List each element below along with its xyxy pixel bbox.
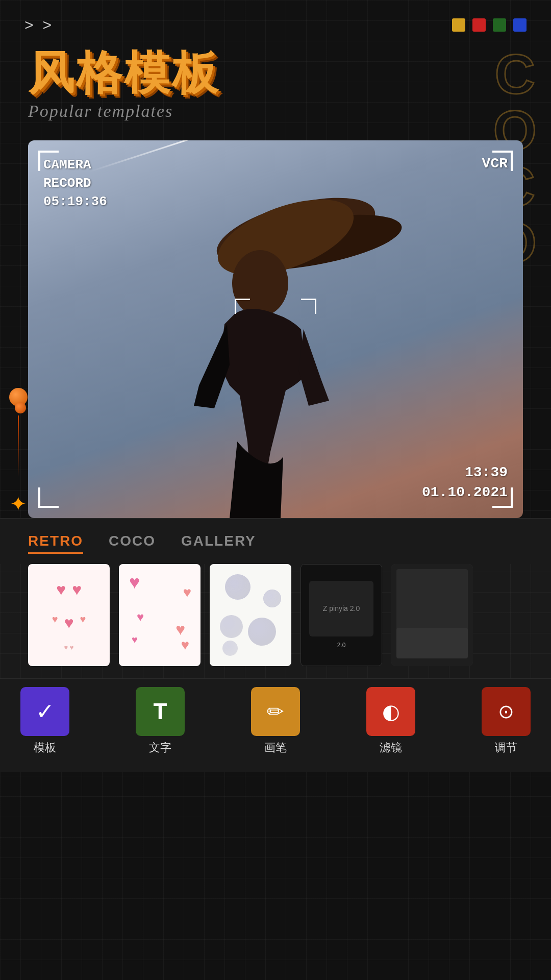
toolbar-item-moban[interactable]: ✓ 模板 (20, 687, 69, 755)
page-subtitle: Popular templates (28, 102, 523, 121)
corner-bracket-bl (38, 487, 59, 508)
tiaojie-icon-box: ⊙ (482, 687, 531, 736)
thumbnails-row: ♥ ♥ ♥ ♥ ♥ ♥ ♥ ♥ ♥ ♥ ♥ ♥ ♥ (0, 564, 551, 678)
thumb-dark-label: Z pinyia 2.0 (323, 604, 360, 612)
svg-point-3 (232, 250, 288, 316)
text-icon: T (154, 699, 167, 724)
bubble-deco (220, 615, 243, 638)
bottom-toolbar: ✓ 模板 T 文字 ✏ 画笔 ◐ 滤镜 ⊙ 调节 (0, 678, 551, 772)
heart-icon-small: ♥ (80, 614, 86, 632)
heart-deco: ♥ (137, 610, 144, 624)
huabi-icon-box: ✏ (251, 687, 300, 736)
lvjing-label: 滤镜 (380, 740, 402, 755)
heart-icon: ♥ (56, 580, 66, 599)
vcr-timecode: 05:19:36 (43, 192, 107, 211)
bubble-deco (248, 618, 276, 646)
chevron-right-icon[interactable]: > (43, 16, 52, 34)
moban-icon-box: ✓ (20, 687, 69, 736)
wenzi-icon-box: T (136, 687, 185, 736)
check-icon: ✓ (36, 698, 55, 724)
huabi-label: 画笔 (264, 740, 287, 755)
brush-icon: ✏ (267, 700, 284, 723)
bubble-deco (222, 641, 238, 656)
vcr-time: 13:39 (422, 462, 508, 482)
toolbar-item-tiaojie[interactable]: ⊙ 调节 (482, 687, 531, 755)
thumb-bottom (396, 628, 468, 658)
toolbar-item-wenzi[interactable]: T 文字 (136, 687, 185, 755)
wenzi-label: 文字 (149, 740, 171, 755)
adjust-icon: ⊙ (498, 700, 514, 723)
vcr-camera-label: CAMERA (43, 156, 107, 174)
toolbar-item-lvjing[interactable]: ◐ 滤镜 (366, 687, 415, 755)
moban-label: 模板 (34, 740, 56, 755)
vcr-info-topleft: CAMERA RECORD 05:19:36 (43, 156, 107, 211)
vcr-datetime: 13:39 01.10.2021 (422, 462, 508, 502)
template-thumb-5[interactable] (391, 564, 473, 666)
tab-gallery[interactable]: GALLERY (181, 533, 256, 554)
color-dot-blue[interactable] (513, 18, 527, 32)
color-dot-red[interactable] (472, 18, 486, 32)
tabs-section: RETRO COCO GALLERY (0, 518, 551, 564)
template-thumb-3[interactable] (210, 564, 291, 666)
vcr-date: 01.10.2021 (422, 482, 508, 502)
color-palette (452, 18, 527, 32)
heart-deco: ♥ (181, 637, 189, 653)
tab-retro[interactable]: RETRO (28, 533, 83, 554)
corner-bracket-br (492, 487, 513, 508)
heart-deco: ♥ (176, 620, 185, 639)
orange-circle-small (15, 402, 26, 413)
toolbar-item-huabi[interactable]: ✏ 画笔 (251, 687, 300, 755)
color-dot-yellow[interactable] (452, 18, 465, 32)
corner-bracket-tl (38, 151, 59, 171)
chevron-left-icon[interactable]: > (24, 16, 34, 34)
breadcrumb: > > (24, 16, 52, 34)
tiaojie-label: 调节 (495, 740, 517, 755)
heart-icon-small: ♥ (52, 614, 58, 632)
lvjing-icon-box: ◐ (366, 687, 415, 736)
bubble-deco (225, 574, 251, 600)
heart-icon: ♥ (64, 614, 74, 632)
filter-icon: ◐ (382, 700, 400, 723)
airplane-trail (89, 140, 284, 173)
color-dot-green[interactable] (493, 18, 506, 32)
top-nav: > > (0, 0, 551, 34)
title-area: 风格模板 Popular templates (0, 34, 551, 121)
heart-deco: ♥ (183, 584, 191, 601)
heart-icon: ♥ (72, 580, 82, 599)
thumb-screen (396, 569, 468, 630)
thumb-dark-sublabel: 2.0 (337, 642, 346, 649)
tab-coco[interactable]: COCO (109, 533, 156, 554)
template-thumb-4[interactable]: Z pinyia 2.0 2.0 (300, 564, 382, 666)
vcr-record-label: RECORD (43, 174, 107, 192)
person-silhouette (148, 171, 403, 518)
bubble-deco (263, 590, 281, 607)
vcr-label: VCR (482, 156, 508, 172)
thumb-text: ♥ ♥ (60, 642, 78, 654)
template-thumb-1[interactable]: ♥ ♥ ♥ ♥ ♥ ♥ ♥ (28, 564, 110, 666)
heart-deco: ♥ (129, 572, 140, 593)
template-thumb-2[interactable]: ♥ ♥ ♥ ♥ ♥ ♥ (119, 564, 201, 666)
star-icon: ✦ (10, 492, 27, 516)
tabs-row: RETRO COCO GALLERY (28, 519, 523, 564)
page-title: 风格模板 (28, 49, 523, 97)
side-decoration: ✦ (9, 388, 28, 516)
main-image: CAMERA RECORD 05:19:36 VCR 13:39 01.10.2… (28, 140, 523, 518)
heart-deco: ♥ (132, 634, 138, 646)
vertical-line-deco (18, 415, 19, 477)
corner-bracket-tr (492, 151, 513, 171)
